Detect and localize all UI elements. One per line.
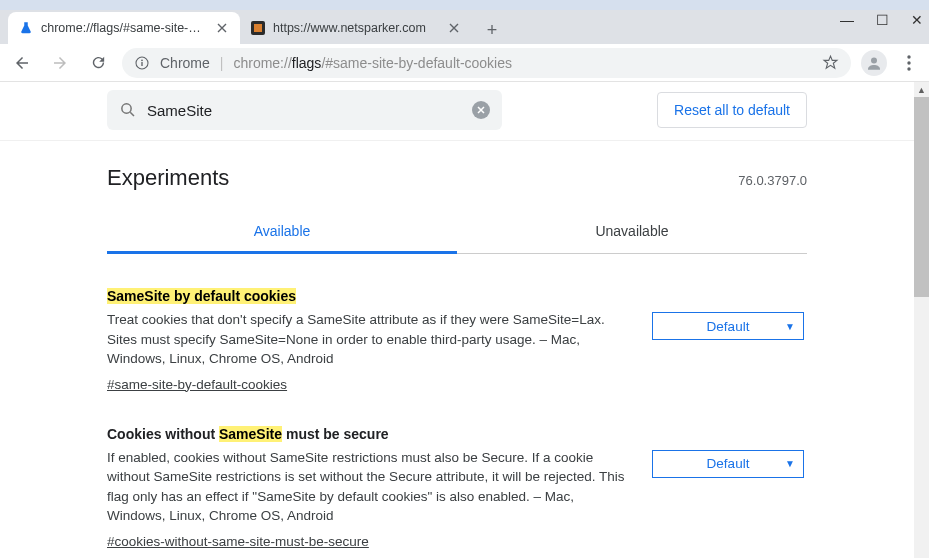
minimize-button[interactable]: ― [840, 12, 854, 28]
url-separator: | [220, 55, 224, 71]
forward-button [46, 49, 74, 77]
flag-entry: SameSite by default cookies Treat cookie… [107, 288, 807, 392]
kebab-menu-icon[interactable] [897, 55, 921, 71]
chevron-down-icon: ▼ [785, 458, 795, 469]
reload-button[interactable] [84, 49, 112, 77]
flag-entry: Cookies without SameSite must be secure … [107, 426, 807, 549]
svg-point-7 [907, 61, 910, 64]
flag-anchor-link[interactable]: #cookies-without-same-site-must-be-secur… [107, 534, 369, 549]
svg-rect-1 [254, 24, 262, 32]
search-icon [119, 101, 137, 119]
flag-dropdown[interactable]: Default ▼ [652, 450, 804, 478]
svg-point-8 [907, 67, 910, 70]
tab-unavailable[interactable]: Unavailable [457, 211, 807, 253]
flag-title: Cookies without SameSite must be secure [107, 426, 632, 442]
site-icon [250, 20, 266, 36]
clear-icon[interactable] [472, 101, 490, 119]
page-viewport: Reset all to default Experiments 76.0.37… [0, 82, 914, 558]
flag-description: If enabled, cookies without SameSite res… [107, 448, 632, 526]
search-box[interactable] [107, 90, 502, 130]
titlebar [0, 0, 929, 10]
vertical-scrollbar[interactable]: ▲ [914, 82, 929, 558]
close-icon[interactable] [446, 20, 462, 36]
dropdown-value: Default [707, 456, 750, 471]
flag-dropdown[interactable]: Default ▼ [652, 312, 804, 340]
svg-point-6 [907, 55, 910, 58]
window-controls: ― ☐ ✕ [840, 12, 923, 28]
url-text: chrome://flags/#same-site-by-default-coo… [233, 55, 512, 71]
close-icon[interactable] [214, 20, 230, 36]
svg-line-10 [130, 112, 134, 116]
title-row: Experiments 76.0.3797.0 [107, 165, 807, 191]
address-bar[interactable]: Chrome | chrome://flags/#same-site-by-de… [122, 48, 851, 78]
toolbar: Chrome | chrome://flags/#same-site-by-de… [0, 44, 929, 82]
maximize-button[interactable]: ☐ [876, 12, 889, 28]
tab-available[interactable]: Available [107, 211, 457, 254]
bookmark-icon[interactable] [822, 54, 839, 71]
chevron-down-icon: ▼ [785, 321, 795, 332]
page-title: Experiments [107, 165, 229, 191]
flag-anchor-link[interactable]: #same-site-by-default-cookies [107, 377, 287, 392]
flags-page: Reset all to default Experiments 76.0.37… [107, 82, 807, 558]
reset-all-button[interactable]: Reset all to default [657, 92, 807, 128]
close-window-button[interactable]: ✕ [911, 12, 923, 28]
back-button[interactable] [8, 49, 36, 77]
tab-title: https://www.netsparker.com [273, 21, 439, 35]
flag-description: Treat cookies that don't specify a SameS… [107, 310, 632, 369]
search-input[interactable] [147, 102, 462, 119]
search-row: Reset all to default [107, 82, 807, 140]
separator [0, 140, 914, 141]
svg-point-9 [122, 104, 131, 113]
browser-tab-0[interactable]: chrome://flags/#same-site-by-de [8, 12, 240, 44]
tab-title: chrome://flags/#same-site-by-de [41, 21, 207, 35]
svg-point-5 [871, 57, 877, 63]
tab-strip: chrome://flags/#same-site-by-de https://… [0, 10, 929, 44]
security-icon [134, 55, 150, 71]
chrome-label: Chrome [160, 55, 210, 71]
dropdown-value: Default [707, 319, 750, 334]
scroll-thumb[interactable] [914, 97, 929, 297]
tabs-row: Available Unavailable [107, 211, 807, 254]
browser-tab-1[interactable]: https://www.netsparker.com [240, 12, 472, 44]
svg-rect-4 [141, 62, 142, 66]
scroll-up-arrow[interactable]: ▲ [914, 82, 929, 97]
flag-title: SameSite by default cookies [107, 288, 632, 304]
new-tab-button[interactable]: + [478, 16, 506, 44]
flask-icon [18, 20, 34, 36]
profile-avatar[interactable] [861, 50, 887, 76]
version-label: 76.0.3797.0 [738, 173, 807, 188]
svg-point-3 [141, 59, 143, 61]
